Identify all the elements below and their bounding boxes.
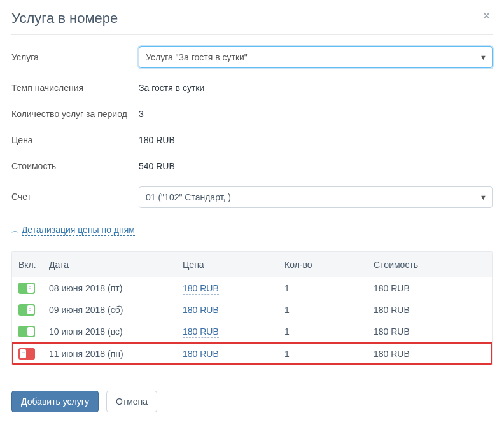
row-enable-toggle[interactable]	[18, 304, 35, 316]
row-service: Услуга Услуга "За гостя в сутки" ▼	[11, 46, 493, 68]
col-price: Цена	[176, 252, 278, 277]
account-select[interactable]: 01 ("102" Стандарт, ) ▼	[139, 186, 493, 208]
row-qty-period: Количество услуг за период 3	[11, 108, 493, 120]
label-price: Цена	[11, 134, 139, 146]
cell-date: 11 июня 2018 (пн)	[43, 342, 176, 364]
row-enable-toggle[interactable]	[18, 326, 35, 337]
cell-cost: 180 RUB	[367, 299, 492, 321]
cell-cost: 180 RUB	[367, 342, 492, 364]
label-qty-period: Количество услуг за период	[11, 108, 139, 120]
cell-price-link[interactable]: 180 RUB	[183, 326, 219, 338]
col-enabled: Вкл.	[12, 252, 43, 277]
row-rate-type: Темп начисления За гостя в сутки	[11, 82, 493, 94]
col-date: Дата	[43, 252, 176, 277]
table-row: 09 июня 2018 (сб)180 RUB1180 RUB	[12, 299, 492, 321]
cell-cost: 180 RUB	[367, 321, 492, 342]
cancel-button[interactable]: Отмена	[106, 391, 157, 412]
cell-price-link[interactable]: 180 RUB	[183, 349, 219, 360]
chevron-down-icon: ▼	[480, 187, 487, 207]
price-breakdown-label: Детализация цены по дням	[22, 225, 135, 235]
service-modal: Услуга в номере ✕ Услуга Услуга "За гост…	[0, 0, 504, 424]
cell-qty: 1	[278, 299, 367, 321]
value-qty-period: 3	[139, 109, 144, 119]
cell-date: 08 июня 2018 (пт)	[43, 277, 176, 299]
chevron-up-icon: ︿	[11, 226, 19, 235]
table-header-row: Вкл. Дата Цена Кол-во Стоимость	[12, 252, 492, 277]
table-row: 11 июня 2018 (пн)180 RUB1180 RUB	[12, 342, 492, 364]
table-row: 10 июня 2018 (вс)180 RUB1180 RUB	[12, 321, 492, 342]
row-price: Цена 180 RUB	[11, 134, 493, 146]
label-service: Услуга	[11, 52, 139, 64]
value-rate-type: За гостя в сутки	[139, 83, 204, 93]
cell-qty: 1	[278, 321, 367, 342]
table-row: 08 июня 2018 (пт)180 RUB1180 RUB	[12, 277, 492, 299]
value-price: 180 RUB	[139, 135, 175, 145]
cell-qty: 1	[278, 277, 367, 299]
price-breakdown-toggle[interactable]: Детализация цены по дням	[22, 225, 135, 236]
add-service-button[interactable]: Добавить услугу	[11, 391, 99, 412]
cell-price-link[interactable]: 180 RUB	[183, 305, 219, 316]
service-select[interactable]: Услуга "За гостя в сутки" ▼	[139, 46, 493, 68]
label-account: Счет	[11, 191, 139, 203]
row-account: Счет 01 ("102" Стандарт, ) ▼	[11, 186, 493, 208]
value-cost: 540 RUB	[139, 161, 175, 171]
label-rate-type: Темп начисления	[11, 82, 139, 94]
chevron-down-icon: ▼	[480, 47, 487, 67]
breakdown-table: Вкл. Дата Цена Кол-во Стоимость 08 июня …	[11, 251, 493, 365]
label-cost: Стоимость	[11, 160, 139, 172]
cell-date: 10 июня 2018 (вс)	[43, 321, 176, 342]
account-select-value: 01 ("102" Стандарт, )	[146, 192, 231, 202]
row-enable-toggle[interactable]	[18, 283, 35, 294]
cell-date: 09 июня 2018 (сб)	[43, 299, 176, 321]
cell-price-link[interactable]: 180 RUB	[183, 283, 219, 295]
modal-title: Услуга в номере	[11, 10, 118, 27]
cell-cost: 180 RUB	[367, 277, 492, 299]
col-qty: Кол-во	[278, 252, 367, 277]
cell-qty: 1	[278, 342, 367, 364]
service-select-value: Услуга "За гостя в сутки"	[146, 52, 248, 62]
modal-header: Услуга в номере ✕	[11, 9, 493, 35]
modal-toolbar: Добавить услугу Отмена	[11, 391, 493, 412]
close-icon[interactable]: ✕	[480, 9, 493, 23]
col-cost: Стоимость	[367, 252, 492, 277]
row-cost: Стоимость 540 RUB	[11, 160, 493, 172]
row-enable-toggle[interactable]	[18, 348, 35, 360]
